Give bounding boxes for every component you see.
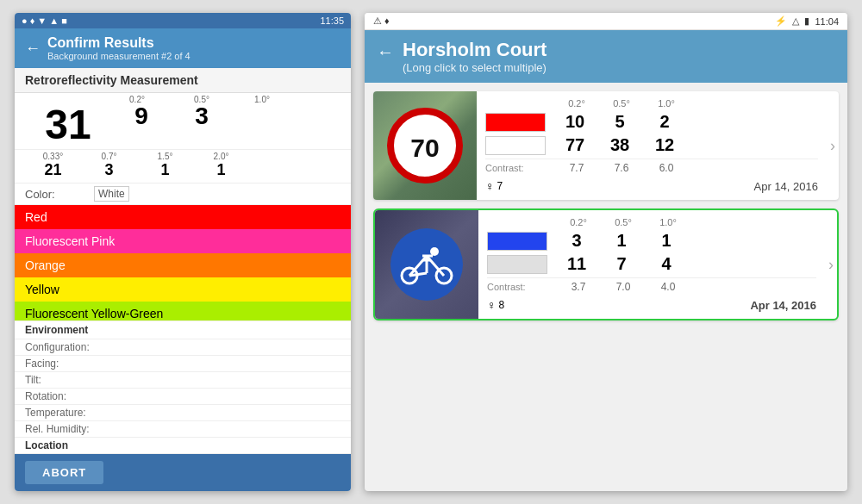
sign-list: 70 0.2° 0.5° 1.0° 10 5 2: [365, 83, 847, 491]
tilt-label: Tilt:: [25, 374, 120, 386]
sign-1-white-values: 77 38 12: [553, 135, 687, 155]
s1-wh-v3: 12: [642, 135, 687, 155]
sign-1-angles: 0.2° 0.5° 1.0°: [485, 98, 818, 109]
pin-icon-1: ♀: [485, 179, 495, 193]
angle-07: 0.7°: [81, 152, 137, 161]
s2-cv2: 7.0: [601, 281, 646, 293]
s2-bl-v2: 1: [599, 231, 644, 251]
sign-2-chevron[interactable]: ›: [825, 210, 837, 319]
rotation-label: Rotation:: [25, 390, 120, 402]
sign-1-chevron[interactable]: ›: [827, 91, 839, 200]
sign-card-1[interactable]: 70 0.2° 0.5° 1.0° 10 5 2: [373, 91, 839, 200]
sign-2-contrast-values: 3.7 7.0 4.0: [556, 281, 690, 293]
s2-angle-2: 0.5°: [601, 217, 646, 227]
left-header: ← Confirm Results Background measurement…: [15, 28, 351, 68]
s2-bl-v3: 1: [644, 231, 689, 251]
abort-button[interactable]: ABORT: [25, 461, 103, 484]
left-panel: ● ♦ ▼ ▲ ■ 11:35 ← Confirm Results Backgr…: [15, 13, 351, 491]
s1-angle-1: 0.2°: [554, 98, 599, 109]
angle-033: 0.33°: [25, 152, 81, 161]
left-header-title: Confirm Results: [47, 35, 191, 51]
s2-bl-v1: 3: [554, 231, 599, 251]
color-orange[interactable]: Orange: [15, 253, 351, 277]
info-tilt: Tilt:: [15, 371, 351, 388]
right-status-icons: ⚠ ♦: [373, 16, 390, 27]
sign-2-angles: 0.2° 0.5° 1.0°: [487, 217, 816, 227]
left-header-subtitle: Background measurement #2 of 4: [47, 51, 191, 61]
s2-cv1: 3.7: [556, 281, 601, 293]
pin-icon-2: ♀: [487, 298, 497, 312]
s1-angle-2: 0.5°: [599, 98, 644, 109]
s1-angle-3: 1.0°: [644, 98, 689, 109]
s2-gr-v3: 4: [644, 254, 689, 274]
s2-pin-count: 8: [499, 299, 505, 311]
left-status-bar: ● ♦ ▼ ▲ ■ 11:35: [15, 13, 351, 28]
swatch-white: [485, 136, 546, 155]
value-3: 3: [172, 104, 232, 146]
left-time: 11:35: [320, 16, 344, 26]
left-back-button[interactable]: ←: [25, 40, 41, 58]
sign-2-data: 0.2° 0.5° 1.0° 3 1 1 11: [478, 210, 825, 319]
info-location: Location: [15, 437, 351, 454]
bluetooth-icon: ⚡: [775, 16, 787, 27]
value-3b: 3: [81, 161, 137, 179]
s2-cv3: 4.0: [646, 281, 690, 293]
s1-contrast-label: Contrast:: [485, 163, 554, 173]
right-header: ← Horsholm Court (Long click to select m…: [365, 30, 847, 83]
facing-label: Facing:: [25, 358, 120, 370]
s2-gr-v2: 7: [599, 254, 644, 274]
value-1a: 1: [137, 161, 193, 179]
sign-1-contrast-values: 7.7 7.6 6.0: [554, 162, 689, 174]
s1-red-v3: 2: [642, 112, 687, 132]
swatch-red: [485, 113, 546, 132]
signal-icon: △: [792, 16, 799, 27]
sign-1-contrast-row: Contrast: 7.7 7.6 6.0: [485, 159, 818, 174]
s1-cv3: 6.0: [644, 162, 689, 174]
s1-date: Apr 14, 2016: [754, 180, 818, 193]
color-yellow[interactable]: Yellow: [15, 277, 351, 302]
sign-1-color-red-row: 10 5 2: [485, 112, 818, 132]
s1-wh-v1: 77: [553, 135, 597, 155]
svg-text:70: 70: [410, 134, 439, 162]
sign-1-color-white-row: 77 38 12: [485, 135, 818, 155]
sign-2-footer: ♀ 8 Apr 14, 2016: [487, 296, 816, 312]
location-label: Location: [25, 439, 120, 451]
value-21: 21: [25, 161, 81, 179]
right-back-button[interactable]: ←: [377, 42, 394, 62]
s1-red-v2: 5: [597, 112, 642, 132]
value-9: 9: [111, 104, 172, 146]
s1-red-v1: 10: [553, 112, 597, 132]
speed-sign-svg: 70: [386, 107, 464, 184]
s1-cv1: 7.7: [554, 162, 599, 174]
right-panel: ⚠ ♦ ⚡ △ ▮ 11:04 ← Horsholm Court (Long c…: [365, 13, 847, 491]
section-title: Retroreflectivity Measurement: [15, 68, 351, 93]
battery-icon: ▮: [804, 16, 809, 27]
color-row: Color: White: [15, 184, 351, 205]
s1-pin-count: 7: [497, 180, 503, 192]
sign-2-contrast-row: Contrast: 3.7 7.0 4.0: [487, 277, 816, 293]
bike-sign-svg: [388, 226, 465, 303]
info-humidity: Rel. Humidity:: [15, 420, 351, 437]
angles-row-2: 0.33° 0.7° 1.5° 2.0°: [15, 150, 351, 161]
s2-angle-3: 1.0°: [646, 217, 690, 227]
value-31: 31: [25, 104, 111, 146]
color-red[interactable]: Red: [15, 205, 351, 229]
sign-1-data: 0.2° 0.5° 1.0° 10 5 2 7: [477, 91, 827, 200]
temp-label: Temperature:: [25, 407, 120, 419]
env-label: Environment: [25, 324, 120, 336]
measurement-row-1: 31 9 3: [15, 104, 351, 150]
s2-angle-1: 0.2°: [556, 217, 601, 227]
sign-1-red-values: 10 5 2: [553, 112, 687, 132]
sign-card-2[interactable]: 0.2° 0.5° 1.0° 3 1 1 11: [373, 208, 839, 320]
color-dropdown[interactable]: Red Fluorescent Pink Orange Yellow Fluor…: [15, 205, 351, 320]
sign-2-color-blue-row: 3 1 1: [487, 231, 816, 251]
sign-1-footer: ♀ 7 Apr 14, 2016: [485, 177, 818, 193]
right-title: Horsholm Court: [403, 39, 547, 61]
color-fluorescent-pink[interactable]: Fluorescent Pink: [15, 229, 351, 253]
bottom-bar: ABORT: [15, 454, 351, 491]
info-rotation: Rotation:: [15, 388, 351, 404]
angle-15: 1.5°: [137, 152, 193, 161]
info-configuration: Configuration:: [15, 339, 351, 355]
color-white-label: White: [94, 186, 129, 202]
color-fluorescent-yellow-green[interactable]: Fluorescent Yellow-Green: [15, 302, 351, 320]
